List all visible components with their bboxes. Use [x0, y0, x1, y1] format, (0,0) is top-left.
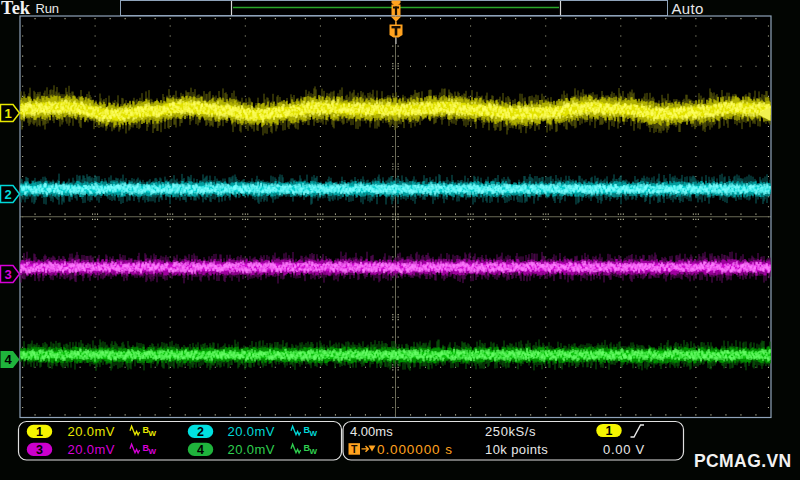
svg-text:20.0mV: 20.0mV — [228, 442, 275, 457]
svg-text:3: 3 — [36, 443, 43, 457]
svg-text:0.000000 s: 0.000000 s — [377, 442, 453, 457]
svg-text:0.00 V: 0.00 V — [603, 442, 645, 457]
svg-text:4: 4 — [197, 443, 204, 457]
svg-text:4: 4 — [4, 352, 12, 367]
svg-text:T: T — [351, 443, 358, 455]
svg-text:2: 2 — [4, 187, 11, 202]
svg-text:W: W — [310, 429, 318, 438]
svg-text:W: W — [149, 429, 157, 438]
svg-text:1: 1 — [4, 106, 11, 121]
svg-text:Tek: Tek — [1, 0, 31, 18]
svg-text:20.0mV: 20.0mV — [228, 424, 275, 439]
svg-text:W: W — [149, 447, 157, 456]
svg-text:20.0mV: 20.0mV — [68, 424, 115, 439]
svg-text:Run: Run — [36, 1, 59, 16]
svg-text:2: 2 — [197, 425, 204, 439]
svg-text:4.00ms: 4.00ms — [350, 424, 393, 439]
svg-text:1: 1 — [36, 425, 43, 439]
svg-text:3: 3 — [4, 267, 11, 282]
svg-text:10k points: 10k points — [485, 442, 548, 457]
svg-text:W: W — [310, 447, 318, 456]
svg-text:1: 1 — [606, 424, 613, 438]
svg-text:Auto: Auto — [672, 0, 704, 17]
svg-text:250kS/s: 250kS/s — [485, 424, 536, 439]
svg-text:20.0mV: 20.0mV — [68, 442, 115, 457]
svg-text:PCMAG.VN: PCMAG.VN — [694, 451, 792, 471]
